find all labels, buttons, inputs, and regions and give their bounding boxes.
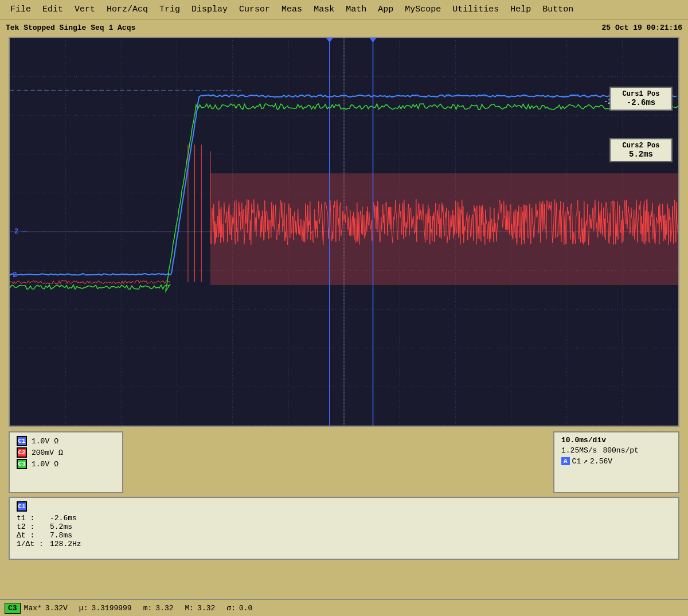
cursor-t1-value: -2.6ms (50, 514, 77, 523)
menu-horz-acq[interactable]: Horz/Acq (101, 2, 154, 17)
cursor-t2-label: t2 : (17, 523, 45, 531)
trigger-indicator: A (561, 457, 570, 465)
menu-utilities[interactable]: Utilities (447, 2, 505, 17)
time-div: 10.0ms/div (561, 436, 671, 445)
cursor-t1-label: t1 : (17, 514, 45, 523)
cursor-t2-row: t2 : 5.2ms (17, 523, 671, 531)
ch1-voltage: 1.0V (32, 437, 49, 446)
menu-mask[interactable]: Mask (308, 2, 340, 17)
cursor2-value: 5.2ms (616, 150, 666, 159)
menu-meas[interactable]: Meas (276, 2, 308, 17)
cursor2-label: Curs2 Pos (616, 142, 666, 150)
trig-symbol: ↗ (583, 457, 588, 466)
menu-app[interactable]: App (372, 2, 399, 17)
cursor-invdt-label: 1/Δt : (17, 540, 45, 548)
bottom-m-value: 3.32 (155, 604, 173, 613)
cursor-measurements-box: C1 t1 : -2.6ms t2 : 5.2ms Δt : 7.8ms 1/Δ… (9, 497, 679, 560)
cursor-invdt-row: 1/Δt : 128.2Hz (17, 540, 671, 548)
ch2-badge: C2 (17, 447, 27, 458)
bottom-mu-label: μ: (79, 604, 88, 613)
ch3-unit: Ω (54, 460, 58, 469)
status-left: Tek Stopped Single Seq 1 Acqs (6, 24, 135, 32)
bottom-M-label: M: (185, 604, 194, 613)
bottom-ch-segment: C3 Max* 3.32V (5, 603, 68, 614)
bottom-ch-badge: C3 (5, 603, 21, 614)
menubar: File Edit Vert Horz/Acq Trig Display Cur… (0, 0, 688, 20)
cursor-invdt-value: 128.2Hz (50, 540, 81, 548)
cursor2-box[interactable]: Curs2 Pos 5.2ms (609, 138, 673, 162)
menu-display[interactable]: Display (186, 2, 233, 17)
cursor-dt-label: Δt : (17, 531, 45, 540)
bottom-meas-value: 3.32V (45, 604, 68, 613)
cursor-dt-row: Δt : 7.8ms (17, 531, 671, 540)
sample-rate: 1.25MS/s (561, 446, 597, 455)
bottom-M-value: 3.32 (197, 604, 215, 613)
menu-button[interactable]: Button (537, 2, 579, 17)
menu-math[interactable]: Math (340, 2, 372, 17)
trig-channel: C1 (572, 457, 581, 466)
ch1-unit: Ω (54, 437, 58, 446)
bottom-sigma-label: σ: (226, 604, 236, 613)
bottom-m-segment: m: 3.32 (143, 604, 174, 613)
cursor-t2-value: 5.2ms (50, 523, 72, 531)
bottom-sigma-value: 0.0 (239, 604, 252, 613)
status-right: 25 Oct 19 00:21:16 (602, 24, 682, 32)
ch3-row: C3 1.0V Ω (17, 459, 115, 469)
ch2-voltage: 200mV (32, 449, 54, 457)
cursor-meas-ch-badge: C1 (17, 501, 27, 512)
ch2-indicator: 2 → (14, 228, 27, 236)
bottom-panels: C1 1.0V Ω C2 200mV Ω C3 1.0V Ω 10.0ms/di… (0, 428, 688, 497)
scope-display: Curs1 Pos -2.6ms Curs2 Pos 5.2ms 2 → (9, 37, 679, 427)
bottom-mu-segment: μ: 3.3199999 (79, 604, 132, 613)
bottom-m-label: m: (143, 604, 153, 613)
ch3-voltage: 1.0V (32, 460, 49, 469)
grid-canvas (10, 38, 678, 426)
menu-cursor[interactable]: Cursor (233, 2, 276, 17)
trig-level: 2.56V (590, 457, 612, 466)
menu-vert[interactable]: Vert (69, 2, 101, 17)
menu-trig[interactable]: Trig (154, 2, 186, 17)
bottom-meas-label: Max* (24, 604, 42, 613)
ch1-row: C1 1.0V Ω (17, 436, 115, 446)
timebase-box: 10.0ms/div 1.25MS/s 800ns/pt A C1 ↗ 2.56… (553, 431, 679, 493)
cursor1-box[interactable]: Curs1 Pos -2.6ms (609, 87, 673, 111)
channel-info-box: C1 1.0V Ω C2 200mV Ω C3 1.0V Ω (9, 431, 123, 493)
menu-myscope[interactable]: MyScope (399, 2, 447, 17)
statusbar: Tek Stopped Single Seq 1 Acqs 25 Oct 19 … (0, 20, 688, 36)
bottom-sigma-segment: σ: 0.0 (226, 604, 252, 613)
bottom-M-segment: M: 3.32 (185, 604, 216, 613)
cursor-t1-row: t1 : -2.6ms (17, 514, 671, 523)
bottom-status-bar: C3 Max* 3.32V μ: 3.3199999 m: 3.32 M: 3.… (0, 599, 688, 616)
menu-help[interactable]: Help (505, 2, 537, 17)
ch2-row: C2 200mV Ω (17, 447, 115, 458)
ch1-badge: C1 (17, 436, 27, 446)
ch3-badge: C3 (17, 459, 27, 469)
cursor1-label: Curs1 Pos (616, 90, 666, 98)
menu-file[interactable]: File (5, 2, 37, 17)
pt-rate: 800ns/pt (603, 446, 638, 455)
ch2-unit: Ω (58, 449, 63, 457)
menu-edit[interactable]: Edit (37, 2, 69, 17)
cursor1-value: -2.6ms (616, 98, 666, 107)
bottom-mu-value: 3.3199999 (91, 604, 131, 613)
cursor-dt-value: 7.8ms (50, 531, 72, 540)
